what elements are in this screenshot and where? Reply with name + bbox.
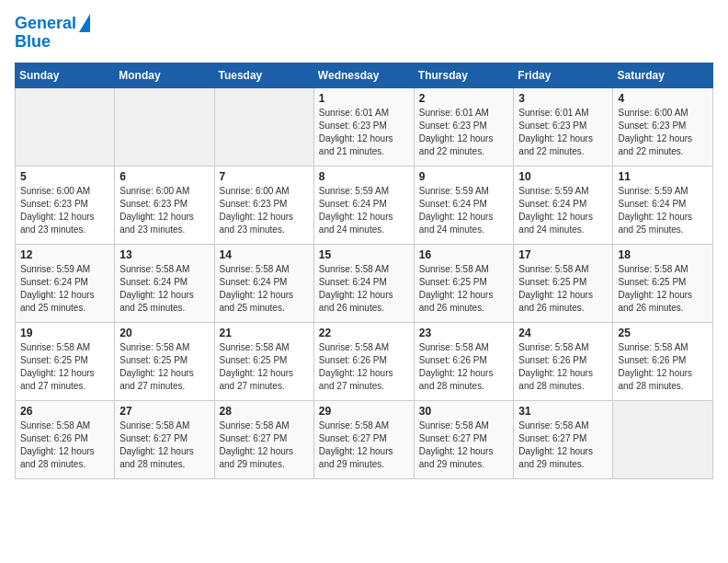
- day-number: 24: [518, 327, 608, 339]
- day-number: 7: [220, 170, 309, 183]
- day-info: Sunrise: 5:58 AM Sunset: 6:25 PM Dayligh…: [220, 341, 309, 393]
- calendar-cell: 23Sunrise: 5:58 AM Sunset: 6:26 PM Dayli…: [414, 322, 514, 400]
- day-header-wednesday: Wednesday: [313, 63, 414, 87]
- day-info: Sunrise: 5:58 AM Sunset: 6:27 PM Dayligh…: [419, 419, 509, 471]
- day-info: Sunrise: 5:58 AM Sunset: 6:26 PM Dayligh…: [518, 341, 608, 393]
- day-number: 6: [119, 170, 209, 183]
- day-info: Sunrise: 5:59 AM Sunset: 6:24 PM Dayligh…: [419, 185, 509, 236]
- calendar-cell: 6Sunrise: 6:00 AM Sunset: 6:23 PM Daylig…: [115, 166, 214, 244]
- calendar-cell: [16, 87, 115, 166]
- calendar-cell: 21Sunrise: 5:58 AM Sunset: 6:25 PM Dayli…: [214, 322, 313, 400]
- day-number: 11: [618, 170, 708, 183]
- day-number: 12: [20, 248, 109, 261]
- day-number: 15: [319, 248, 409, 261]
- day-number: 9: [419, 170, 509, 183]
- week-row: 12Sunrise: 5:59 AM Sunset: 6:24 PM Dayli…: [16, 244, 713, 322]
- day-info: Sunrise: 5:58 AM Sunset: 6:25 PM Dayligh…: [20, 341, 109, 393]
- day-number: 29: [319, 405, 409, 418]
- calendar-cell: 17Sunrise: 5:58 AM Sunset: 6:25 PM Dayli…: [514, 244, 613, 322]
- day-header-thursday: Thursday: [414, 63, 514, 87]
- calendar-cell: 5Sunrise: 6:00 AM Sunset: 6:23 PM Daylig…: [16, 166, 115, 244]
- calendar-cell: [214, 87, 313, 166]
- day-info: Sunrise: 6:00 AM Sunset: 6:23 PM Dayligh…: [618, 107, 708, 158]
- calendar-cell: 16Sunrise: 5:58 AM Sunset: 6:25 PM Dayli…: [414, 244, 514, 322]
- day-info: Sunrise: 5:58 AM Sunset: 6:25 PM Dayligh…: [119, 341, 209, 393]
- calendar-cell: 28Sunrise: 5:58 AM Sunset: 6:27 PM Dayli…: [214, 400, 313, 478]
- calendar-cell: [613, 400, 713, 478]
- day-header-friday: Friday: [514, 63, 613, 87]
- day-info: Sunrise: 6:01 AM Sunset: 6:23 PM Dayligh…: [518, 107, 608, 158]
- calendar-body: 1Sunrise: 6:01 AM Sunset: 6:23 PM Daylig…: [16, 87, 713, 478]
- day-info: Sunrise: 6:00 AM Sunset: 6:23 PM Dayligh…: [20, 185, 109, 236]
- day-info: Sunrise: 5:58 AM Sunset: 6:24 PM Dayligh…: [220, 263, 309, 315]
- calendar-cell: 30Sunrise: 5:58 AM Sunset: 6:27 PM Dayli…: [414, 400, 514, 478]
- calendar-cell: 29Sunrise: 5:58 AM Sunset: 6:27 PM Dayli…: [313, 400, 414, 478]
- logo-text-blue: Blue: [15, 33, 51, 52]
- calendar-cell: 19Sunrise: 5:58 AM Sunset: 6:25 PM Dayli…: [16, 322, 115, 400]
- calendar-cell: 2Sunrise: 6:01 AM Sunset: 6:23 PM Daylig…: [414, 87, 514, 166]
- calendar-cell: 25Sunrise: 5:58 AM Sunset: 6:26 PM Dayli…: [613, 322, 713, 400]
- week-row: 1Sunrise: 6:01 AM Sunset: 6:23 PM Daylig…: [16, 87, 713, 166]
- day-info: Sunrise: 5:58 AM Sunset: 6:26 PM Dayligh…: [319, 341, 409, 393]
- calendar-cell: [115, 87, 214, 166]
- calendar-cell: 7Sunrise: 6:00 AM Sunset: 6:23 PM Daylig…: [214, 166, 313, 244]
- day-number: 1: [319, 92, 409, 105]
- day-info: Sunrise: 6:00 AM Sunset: 6:23 PM Dayligh…: [220, 185, 309, 236]
- calendar: SundayMondayTuesdayWednesdayThursdayFrid…: [15, 63, 713, 479]
- day-number: 2: [419, 92, 509, 105]
- day-info: Sunrise: 5:58 AM Sunset: 6:24 PM Dayligh…: [319, 263, 409, 315]
- day-number: 16: [419, 248, 509, 261]
- day-info: Sunrise: 5:58 AM Sunset: 6:27 PM Dayligh…: [220, 419, 309, 471]
- day-header-sunday: Sunday: [16, 63, 115, 87]
- calendar-cell: 10Sunrise: 5:59 AM Sunset: 6:24 PM Dayli…: [514, 166, 613, 244]
- day-number: 10: [518, 170, 608, 183]
- logo: General Blue: [15, 15, 90, 52]
- calendar-cell: 8Sunrise: 5:59 AM Sunset: 6:24 PM Daylig…: [313, 166, 414, 244]
- day-info: Sunrise: 5:58 AM Sunset: 6:25 PM Dayligh…: [618, 263, 708, 315]
- calendar-cell: 3Sunrise: 6:01 AM Sunset: 6:23 PM Daylig…: [514, 87, 613, 166]
- day-info: Sunrise: 5:58 AM Sunset: 6:27 PM Dayligh…: [319, 419, 409, 471]
- calendar-cell: 15Sunrise: 5:58 AM Sunset: 6:24 PM Dayli…: [313, 244, 414, 322]
- day-number: 26: [20, 405, 109, 418]
- day-info: Sunrise: 5:58 AM Sunset: 6:27 PM Dayligh…: [119, 419, 209, 471]
- day-number: 13: [119, 248, 209, 261]
- day-number: 4: [618, 92, 708, 105]
- logo-triangle-icon: [79, 14, 90, 32]
- calendar-cell: 14Sunrise: 5:58 AM Sunset: 6:24 PM Dayli…: [214, 244, 313, 322]
- day-info: Sunrise: 5:58 AM Sunset: 6:26 PM Dayligh…: [618, 341, 708, 393]
- day-info: Sunrise: 5:59 AM Sunset: 6:24 PM Dayligh…: [618, 185, 708, 236]
- day-number: 25: [618, 327, 708, 339]
- day-info: Sunrise: 5:58 AM Sunset: 6:26 PM Dayligh…: [419, 341, 509, 393]
- day-number: 31: [518, 405, 608, 418]
- day-number: 5: [20, 170, 109, 183]
- day-number: 19: [20, 327, 109, 339]
- day-info: Sunrise: 5:58 AM Sunset: 6:24 PM Dayligh…: [119, 263, 209, 315]
- day-info: Sunrise: 6:01 AM Sunset: 6:23 PM Dayligh…: [319, 107, 409, 158]
- day-number: 21: [220, 327, 309, 339]
- day-info: Sunrise: 5:58 AM Sunset: 6:27 PM Dayligh…: [518, 419, 608, 471]
- calendar-cell: 9Sunrise: 5:59 AM Sunset: 6:24 PM Daylig…: [414, 166, 514, 244]
- day-info: Sunrise: 5:59 AM Sunset: 6:24 PM Dayligh…: [20, 263, 109, 315]
- week-row: 19Sunrise: 5:58 AM Sunset: 6:25 PM Dayli…: [16, 322, 713, 400]
- day-info: Sunrise: 5:58 AM Sunset: 6:26 PM Dayligh…: [20, 419, 109, 471]
- day-number: 18: [618, 248, 708, 261]
- day-number: 8: [319, 170, 409, 183]
- day-number: 20: [119, 327, 209, 339]
- day-number: 22: [319, 327, 409, 339]
- day-number: 30: [419, 405, 509, 418]
- day-number: 17: [518, 248, 608, 261]
- calendar-cell: 13Sunrise: 5:58 AM Sunset: 6:24 PM Dayli…: [115, 244, 214, 322]
- header: General Blue: [15, 15, 713, 52]
- week-row: 26Sunrise: 5:58 AM Sunset: 6:26 PM Dayli…: [16, 400, 713, 478]
- calendar-cell: 12Sunrise: 5:59 AM Sunset: 6:24 PM Dayli…: [16, 244, 115, 322]
- calendar-cell: 18Sunrise: 5:58 AM Sunset: 6:25 PM Dayli…: [613, 244, 713, 322]
- calendar-cell: 4Sunrise: 6:00 AM Sunset: 6:23 PM Daylig…: [613, 87, 713, 166]
- logo-text: General: [15, 15, 76, 33]
- day-number: 14: [220, 248, 309, 261]
- calendar-cell: 24Sunrise: 5:58 AM Sunset: 6:26 PM Dayli…: [514, 322, 613, 400]
- day-info: Sunrise: 6:01 AM Sunset: 6:23 PM Dayligh…: [419, 107, 509, 158]
- calendar-cell: 22Sunrise: 5:58 AM Sunset: 6:26 PM Dayli…: [313, 322, 414, 400]
- day-number: 23: [419, 327, 509, 339]
- day-number: 3: [518, 92, 608, 105]
- day-info: Sunrise: 5:58 AM Sunset: 6:25 PM Dayligh…: [518, 263, 608, 315]
